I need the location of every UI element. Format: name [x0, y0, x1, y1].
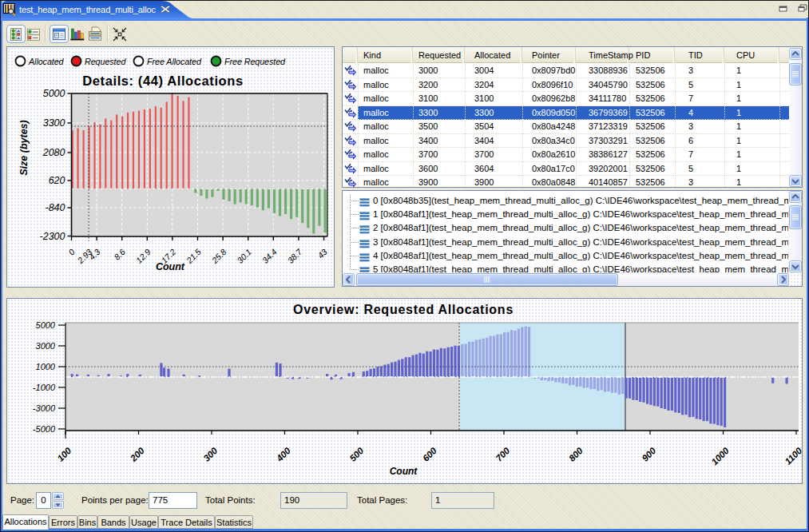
svg-text:Overview: Requested Allocation: Overview: Requested Allocations: [293, 303, 514, 316]
svg-text:1000: 1000: [36, 362, 56, 371]
svg-text:43: 43: [315, 247, 329, 260]
svg-text:5000: 5000: [36, 320, 56, 330]
svg-text:-840: -840: [45, 202, 65, 213]
svg-text:Details: (44) Allocations: Details: (44) Allocations: [82, 73, 243, 88]
svg-text:800: 800: [567, 446, 585, 463]
svg-text:500: 500: [347, 446, 365, 463]
svg-text:38.7: 38.7: [285, 246, 304, 265]
svg-text:25.8: 25.8: [209, 247, 228, 266]
svg-text:Size (bytes): Size (bytes): [18, 120, 30, 175]
svg-text:0: 0: [66, 247, 77, 257]
svg-text:Count: Count: [390, 466, 418, 477]
svg-text:400: 400: [274, 446, 292, 464]
svg-text:Count: Count: [156, 261, 185, 272]
svg-text:-3000: -3000: [33, 403, 56, 413]
svg-text:12.9: 12.9: [134, 247, 153, 265]
svg-text:-5000: -5000: [33, 424, 56, 434]
svg-text:620: 620: [49, 175, 65, 186]
svg-text:700: 700: [494, 446, 511, 463]
svg-text:-1000: -1000: [33, 383, 56, 392]
svg-text:Allocated: Allocated: [28, 57, 65, 66]
svg-text:Requested: Requested: [85, 57, 126, 66]
svg-text:21.5: 21.5: [184, 247, 203, 266]
svg-text:2080: 2080: [42, 147, 65, 158]
svg-text:Free Allocated: Free Allocated: [147, 57, 202, 66]
svg-text:5000: 5000: [43, 88, 65, 99]
svg-text:100: 100: [55, 446, 73, 463]
svg-text:3300: 3300: [43, 117, 65, 129]
svg-text:1100: 1100: [783, 446, 802, 466]
svg-text:30.1: 30.1: [235, 247, 253, 265]
svg-text:-2300: -2300: [40, 231, 65, 242]
svg-text:34.4: 34.4: [260, 247, 279, 265]
svg-text:600: 600: [421, 446, 438, 463]
svg-text:200: 200: [128, 446, 146, 464]
svg-text:Free Requested: Free Requested: [224, 57, 286, 66]
svg-text:8.6: 8.6: [112, 247, 127, 262]
svg-text:3000: 3000: [36, 341, 56, 351]
svg-text:900: 900: [640, 446, 657, 463]
svg-text:300: 300: [201, 446, 219, 463]
svg-text:1000: 1000: [709, 446, 731, 467]
